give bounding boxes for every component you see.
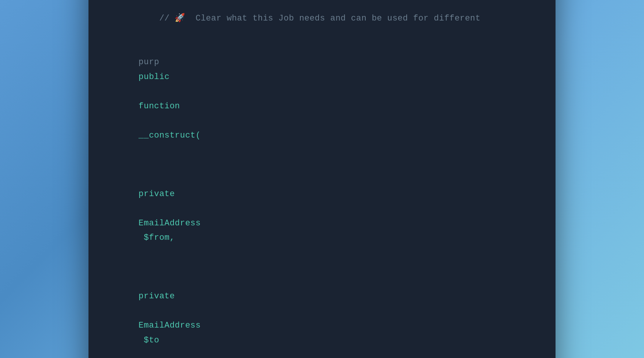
type-emailaddress-1: EmailAddress [139,219,201,228]
code-line-5: private EmailAddress $from, [107,158,537,260]
code-display: class StartForwarding implements ShouldQ… [88,0,556,358]
keyword-public: public [139,72,170,82]
comment-continuation: purp [139,57,159,67]
code-line-comment-1: // 🚀 Clear what this Job needs and can b… [107,0,537,41]
keyword-private-2: private [139,291,175,301]
code-editor-window: class StartForwarding implements ShouldQ… [88,0,556,358]
code-line-6: private EmailAddress $to [107,260,537,358]
keyword-private-1: private [139,189,175,199]
comment-rocket: // 🚀 Clear what this Job needs and can b… [139,14,481,23]
code-line-4: purp public function __construct( [107,41,537,158]
keyword-function: function [139,101,180,111]
type-emailaddress-2: EmailAddress [139,321,201,330]
method-construct: __construct( [139,131,201,140]
param-from: $from, [139,233,175,242]
param-to: $to [139,336,159,345]
